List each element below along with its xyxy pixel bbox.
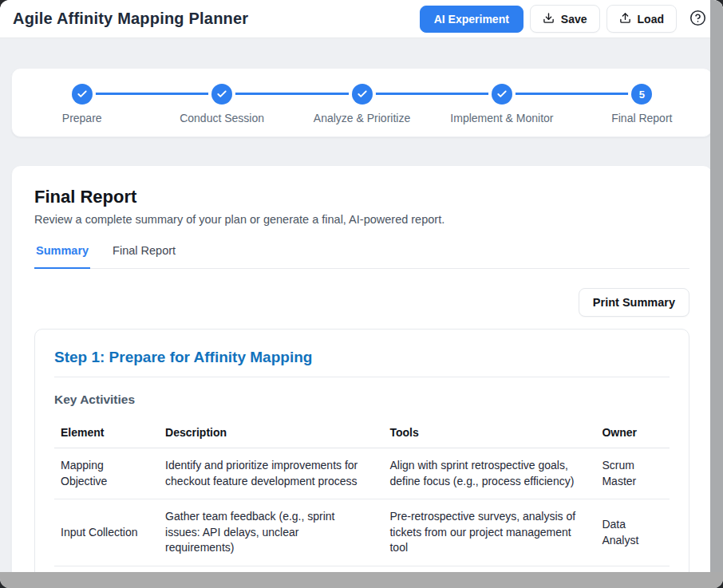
summary-report-card: Step 1: Prepare for Affinity Mapping Key… — [34, 329, 689, 588]
main-card: Final Report Review a complete summary o… — [11, 165, 713, 588]
ai-experiment-label: AI Experiment — [434, 14, 509, 25]
step-check-icon — [492, 84, 512, 105]
step1-section-title: Step 1: Prepare for Affinity Mapping — [54, 349, 670, 377]
column-header: Element — [54, 417, 159, 448]
step-check-icon — [211, 84, 232, 105]
help-button[interactable] — [688, 10, 707, 29]
cell-description: Identify and prioritize improvements for… — [159, 448, 383, 499]
page-title: Final Report — [34, 187, 689, 207]
save-button[interactable]: Save — [530, 5, 600, 33]
step-label: Prepare — [62, 112, 102, 124]
load-button[interactable]: Load — [606, 5, 677, 33]
download-tray-icon — [543, 12, 555, 26]
print-row: Print Summary — [34, 288, 689, 317]
tab-final-report[interactable]: Final Report — [111, 244, 177, 269]
key-activities-table: ElementDescriptionToolsOwner Mapping Obj… — [54, 417, 670, 588]
cell-element: Mapping Objective — [54, 448, 159, 499]
step-number: 5 — [631, 84, 652, 105]
stepper-card: PrepareConduct SessionAnalyze & Prioriti… — [11, 68, 713, 137]
table-row: Mapping ObjectiveIdentify and prioritize… — [54, 448, 670, 499]
column-header: Owner — [595, 417, 670, 448]
cell-owner: Scrum Master — [595, 448, 670, 499]
cell-element: Input Collection — [54, 499, 159, 566]
stepper-step[interactable]: 5Final Report — [572, 84, 712, 124]
column-header: Tools — [383, 417, 595, 448]
header-actions: AI Experiment Save Load — [420, 5, 707, 33]
cell-description: Gather team feedback (e.g., sprint issue… — [159, 499, 383, 566]
step-label: Analyze & Prioritize — [314, 112, 410, 124]
step-label: Conduct Session — [180, 112, 264, 124]
stepper-steps: PrepareConduct SessionAnalyze & Prioriti… — [12, 69, 712, 136]
page-subtitle: Review a complete summary of your plan o… — [34, 213, 689, 226]
cell-tools: Align with sprint retrospective goals, d… — [383, 448, 595, 499]
step-label: Implement & Monitor — [450, 112, 553, 124]
table-header-row: ElementDescriptionToolsOwner — [54, 417, 670, 448]
load-label: Load — [638, 14, 664, 25]
app-title: Agile Affinity Mapping Planner — [13, 10, 248, 28]
step-check-icon — [352, 84, 373, 105]
step-label: Final Report — [611, 112, 672, 124]
cell-tools: Pre-retrospective surveys, analysis of t… — [383, 499, 595, 566]
stepper-step[interactable]: Analyze & Prioritize — [292, 84, 432, 124]
app-window: Agile Affinity Mapping Planner AI Experi… — [0, 0, 723, 588]
tab-bar: SummaryFinal Report — [34, 244, 689, 269]
vertical-scrollbar[interactable] — [710, 0, 723, 588]
question-mark-circle-icon — [689, 10, 706, 29]
step-check-icon — [72, 84, 93, 105]
stepper-step[interactable]: Conduct Session — [152, 84, 291, 124]
ai-experiment-button[interactable]: AI Experiment — [420, 6, 523, 33]
save-label: Save — [561, 14, 587, 25]
stepper-step[interactable]: Prepare — [12, 84, 152, 124]
key-activities-title: Key Activities — [54, 393, 670, 407]
horizontal-scrollbar[interactable] — [0, 572, 723, 588]
stepper-step[interactable]: Implement & Monitor — [432, 84, 571, 124]
app-header: Agile Affinity Mapping Planner AI Experi… — [0, 0, 723, 38]
upload-tray-icon — [619, 12, 631, 26]
print-summary-button[interactable]: Print Summary — [579, 288, 689, 317]
column-header: Description — [159, 417, 383, 448]
tab-summary[interactable]: Summary — [34, 244, 90, 269]
table-row: Input CollectionGather team feedback (e.… — [54, 499, 670, 566]
cell-owner: Data Analyst — [595, 499, 670, 566]
